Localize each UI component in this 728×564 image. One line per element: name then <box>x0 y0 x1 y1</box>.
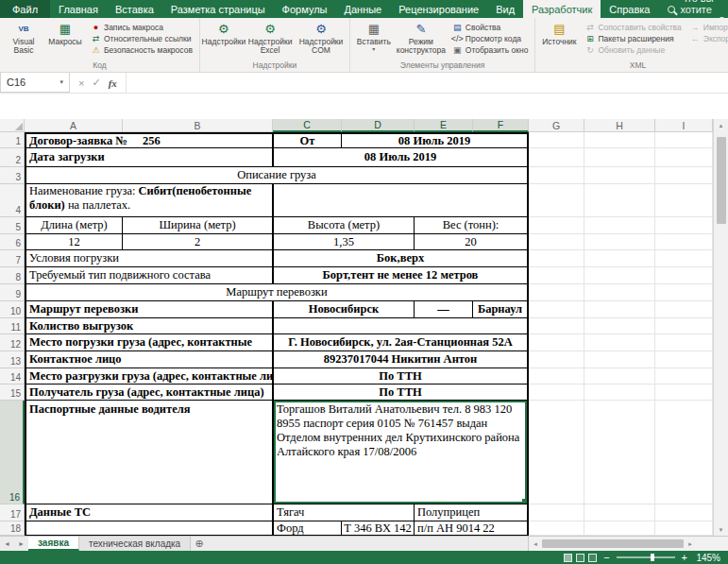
cell-A8[interactable]: Требуемый тип подвижного состава <box>25 267 273 284</box>
cell-I13[interactable] <box>655 351 713 368</box>
cell-I16[interactable] <box>655 401 713 504</box>
cell-G2[interactable] <box>529 148 584 167</box>
enter-icon[interactable]: ✓ <box>92 77 100 89</box>
page-break-view-icon[interactable] <box>588 554 597 562</box>
row-header-1[interactable]: 1 <box>0 132 25 148</box>
column-header-E[interactable]: E <box>415 119 473 132</box>
zoom-out-button[interactable]: − <box>603 553 609 563</box>
cell-G1[interactable] <box>529 132 584 148</box>
horizontal-scroll-thumb[interactable] <box>542 539 684 548</box>
cell-D18[interactable]: Т 346 ВХ 142 <box>342 521 415 536</box>
cell-C10[interactable]: Новосибирск <box>273 301 415 318</box>
ribbon-tab-справка[interactable]: Справка <box>601 0 658 18</box>
cell-A17[interactable]: Данные ТС <box>25 504 273 521</box>
cell-H13[interactable] <box>584 351 655 368</box>
cell-G5[interactable] <box>529 217 584 234</box>
row-header-18[interactable]: 18 <box>0 521 25 536</box>
column-header-H[interactable]: H <box>584 119 655 132</box>
zoom-in-button[interactable]: + <box>682 553 687 563</box>
ribbon-tab-файл[interactable]: Файл <box>0 0 50 18</box>
cell-A5[interactable]: Длина (метр) <box>25 217 123 234</box>
cell-C14[interactable]: По ТТН <box>273 368 529 385</box>
row-header-5[interactable]: 5 <box>0 217 25 234</box>
row-header-10[interactable]: 10 <box>0 301 25 318</box>
cell-A9[interactable]: Маршрут перевозки <box>25 284 529 301</box>
vertical-scrollbar[interactable]: ▲ ▼ <box>713 119 728 536</box>
cell-I8[interactable] <box>655 267 713 284</box>
ribbon-button-источник[interactable]: ▤Источник <box>538 19 580 46</box>
ribbon-button-visual-basic[interactable]: VBVisual Basic <box>3 19 44 56</box>
cell-A1[interactable]: Договор-заявка №256 <box>25 132 273 148</box>
cell-C1[interactable]: От <box>273 132 342 148</box>
cell-H17[interactable] <box>584 504 655 521</box>
cell-A14[interactable]: Место разгрузки груза (адрес, контактные… <box>25 368 273 385</box>
cell-C18[interactable]: Форд <box>273 521 342 536</box>
zoom-slider[interactable] <box>617 556 675 558</box>
cell-H10[interactable] <box>584 301 655 318</box>
cell-H4[interactable] <box>584 184 655 217</box>
cell-A16[interactable]: Паспортные данные водителя <box>25 401 273 504</box>
row-header-3[interactable]: 3 <box>0 167 25 184</box>
cell-F10[interactable]: Барнаул <box>473 301 529 318</box>
namebox-dropdown-icon[interactable]: ▾ <box>59 78 63 86</box>
row-header-4[interactable]: 4 <box>0 184 25 217</box>
scroll-down-icon[interactable]: ▼ <box>714 523 728 536</box>
cell-E18[interactable]: п/п АН 9014 22 <box>415 521 529 536</box>
cell-C4[interactable] <box>273 184 529 217</box>
cell-I5[interactable] <box>655 217 713 234</box>
cell-G8[interactable] <box>529 267 584 284</box>
row-header-2[interactable]: 2 <box>0 148 25 167</box>
horizontal-scrollbar[interactable]: ◂ ▸ <box>528 537 728 551</box>
ribbon-button-надстройки-excel[interactable]: ⚙Надстройки Excel <box>245 19 296 56</box>
cell-E10[interactable]: — <box>415 301 473 318</box>
row-header-16[interactable]: 16 <box>0 401 25 504</box>
cell-G6[interactable] <box>529 234 584 250</box>
cell-G3[interactable] <box>529 167 584 184</box>
cell-E6[interactable]: 20 <box>415 234 529 250</box>
ribbon-tab-формулы[interactable]: Формулы <box>274 0 336 18</box>
cell-G12[interactable] <box>529 334 584 351</box>
cell-C11[interactable] <box>273 318 529 334</box>
cell-H18[interactable] <box>584 521 655 536</box>
ribbon-tab-вставка[interactable]: Вставка <box>107 0 162 18</box>
scroll-up-icon[interactable]: ▲ <box>714 119 728 131</box>
cell-I15[interactable] <box>655 385 713 401</box>
ribbon-tab-вид[interactable]: Вид <box>487 0 523 18</box>
ribbon-button-макросы[interactable]: ▦Макросы <box>44 19 86 46</box>
ribbon-button-режим-конструктора[interactable]: ✎Режим конструктора <box>395 19 448 56</box>
cell-A2[interactable]: Дата загрузки <box>25 148 273 167</box>
hscroll-right-icon[interactable]: ▸ <box>684 540 697 548</box>
vertical-scroll-thumb[interactable] <box>717 137 726 224</box>
cell-I2[interactable] <box>655 148 713 167</box>
ribbon-tab-рецензирование[interactable]: Рецензирование <box>390 0 487 18</box>
normal-view-icon[interactable] <box>564 554 572 562</box>
cell-H12[interactable] <box>584 334 655 351</box>
ribbon-button-сопоставить-свойства[interactable]: ⇄Сопоставить свойства <box>583 22 683 32</box>
cell-I11[interactable] <box>655 318 713 334</box>
cell-D1[interactable]: 08 Июль 2019 <box>342 132 529 148</box>
cell-I6[interactable] <box>655 234 713 250</box>
cell-C5[interactable]: Высота (метр) <box>273 217 415 234</box>
cell-A15[interactable]: Получатель груза (адрес, контактные лица… <box>25 385 273 401</box>
cell-I4[interactable] <box>655 184 713 217</box>
cell-A4[interactable]: Наименование груза: Сибит(пенобетонные б… <box>25 184 273 217</box>
cell-I18[interactable] <box>655 521 713 536</box>
sheet-nav-right-icon[interactable]: ▸ <box>14 537 28 551</box>
cell-I14[interactable] <box>655 368 713 385</box>
name-box[interactable]: C16 ▾ <box>0 73 70 93</box>
ribbon-button-отобразить-окно[interactable]: ▣Отобразить окно <box>450 44 531 55</box>
cell-G13[interactable] <box>529 351 584 368</box>
cell-A6[interactable]: 12 <box>25 234 123 250</box>
cell-A12[interactable]: Место погрузки груза (адрес, контактные <box>25 334 273 351</box>
column-header-C[interactable]: C <box>273 119 342 132</box>
cell-G17[interactable] <box>529 504 584 521</box>
row-header-7[interactable]: 7 <box>0 250 25 267</box>
cell-H11[interactable] <box>584 318 655 334</box>
cell-I7[interactable] <box>655 250 713 267</box>
ribbon-button-безопасность-макросов[interactable]: ⚠Безопасность макросов <box>89 44 195 55</box>
ribbon-button-надстройки[interactable]: ⚙Надстройки <box>203 19 245 46</box>
row-header-17[interactable]: 17 <box>0 504 25 521</box>
cell-C17[interactable]: Тягач <box>273 504 415 521</box>
ribbon-button-свойства[interactable]: ▤Свойства <box>450 22 531 32</box>
ribbon-tab-главная[interactable]: Главная <box>50 0 107 18</box>
